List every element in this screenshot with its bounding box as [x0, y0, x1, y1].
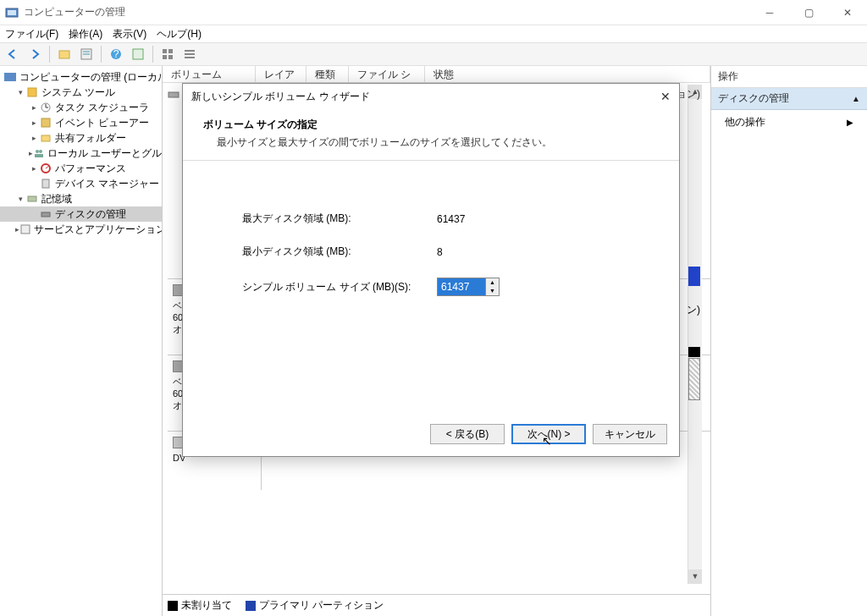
detail-view-button[interactable] — [180, 45, 199, 63]
svg-rect-30 — [41, 212, 50, 217]
dialog-title: 新しいシンプル ボリューム ウィザード — [191, 90, 370, 104]
partition-stripe-1 — [688, 267, 700, 286]
cancel-button[interactable]: キャンセル — [593, 424, 667, 444]
svg-rect-8 — [133, 49, 143, 59]
back-button[interactable] — [3, 45, 22, 63]
svg-rect-15 — [185, 57, 195, 58]
partial-text-2: ン) — [687, 303, 700, 317]
menu-bar: ファイル(F) 操作(A) 表示(V) ヘルプ(H) — [0, 25, 867, 42]
maximize-button[interactable]: ▢ — [789, 0, 828, 25]
volume-size-spinbox[interactable]: ▲ ▼ — [437, 278, 500, 296]
svg-rect-32 — [168, 92, 179, 97]
wizard-dialog: 新しいシンプル ボリューム ウィザード ✕ ボリューム サイズの指定 最小サイズ… — [182, 83, 680, 457]
menu-help[interactable]: ヘルプ(H) — [157, 27, 202, 41]
min-disk-label: 最小ディスク領域 (MB): — [242, 245, 437, 259]
column-headers: ボリューム レイアウト 種類 ファイル システム 状態 — [163, 66, 710, 83]
svg-rect-31 — [21, 225, 30, 234]
scroll-down-icon[interactable]: ▼ — [688, 569, 702, 584]
actions-header: 操作 — [711, 66, 867, 88]
spin-down-icon[interactable]: ▼ — [486, 287, 499, 295]
tree-root[interactable]: コンピューターの管理 (ローカル) — [0, 69, 162, 85]
tree-services[interactable]: ▸サービスとアプリケーション — [0, 222, 162, 237]
dialog-subheading: 最小サイズと最大サイズの間でボリュームのサイズを選択してください。 — [217, 135, 659, 150]
app-icon — [5, 6, 19, 19]
svg-rect-12 — [168, 55, 173, 59]
svg-rect-25 — [35, 154, 43, 157]
actions-other[interactable]: 他の操作▶ — [711, 110, 867, 135]
max-disk-label: 最大ディスク領域 (MB): — [242, 212, 437, 226]
svg-rect-17 — [28, 88, 36, 96]
close-button[interactable]: ✕ — [828, 0, 867, 25]
svg-point-24 — [39, 150, 42, 153]
next-button[interactable]: 次へ(N) > — [511, 424, 586, 444]
svg-rect-1 — [8, 10, 16, 15]
dialog-header: ボリューム サイズの指定 最小サイズと最大サイズの間でボリュームのサイズを選択し… — [183, 109, 679, 161]
max-disk-value: 61437 — [437, 213, 465, 225]
col-status[interactable]: 状態 — [425, 66, 710, 82]
svg-rect-21 — [41, 118, 50, 127]
svg-rect-16 — [4, 73, 16, 81]
tree-disk-management[interactable]: ディスクの管理 — [0, 206, 162, 222]
col-filesystem[interactable]: ファイル システム — [349, 66, 425, 82]
legend-primary-swatch — [246, 601, 256, 611]
dialog-heading: ボリューム サイズの指定 — [203, 118, 659, 132]
tree-local-users[interactable]: ▸ローカル ユーザーとグループ — [0, 146, 162, 161]
help-button[interactable]: ? — [107, 45, 125, 63]
up-button[interactable] — [55, 45, 74, 63]
legend-unallocated-swatch — [168, 601, 178, 611]
properties-button[interactable] — [77, 45, 96, 63]
tree-event-viewer[interactable]: ▸イベント ビューアー — [0, 115, 162, 130]
toolbar: ? — [0, 42, 867, 66]
window-title: コンピューターの管理 — [24, 5, 125, 19]
back-button-dialog[interactable]: < 戻る(B) — [430, 424, 505, 444]
svg-rect-28 — [42, 179, 49, 188]
svg-line-27 — [46, 166, 49, 168]
minimize-button[interactable]: ─ — [750, 0, 789, 25]
svg-text:?: ? — [113, 48, 119, 60]
tree-performance[interactable]: ▸パフォーマンス — [0, 161, 162, 176]
svg-rect-10 — [168, 49, 173, 53]
volume-size-label: シンプル ボリューム サイズ (MB)(S): — [242, 280, 437, 294]
dialog-titlebar: 新しいシンプル ボリューム ウィザード ✕ — [183, 84, 679, 109]
dialog-close-button[interactable]: ✕ — [660, 90, 671, 103]
menu-action[interactable]: 操作(A) — [69, 27, 102, 41]
title-bar: コンピューターの管理 ─ ▢ ✕ — [0, 0, 867, 25]
svg-rect-9 — [163, 49, 167, 53]
svg-rect-14 — [185, 53, 195, 55]
partition-stripe-2 — [688, 347, 700, 357]
col-type[interactable]: 種類 — [306, 66, 349, 82]
nav-tree: コンピューターの管理 (ローカル) ▾システム ツール ▸タスク スケジューラ … — [0, 66, 163, 616]
svg-point-23 — [36, 150, 39, 153]
list-view-button[interactable] — [158, 45, 177, 63]
svg-rect-29 — [28, 196, 36, 201]
spin-up-icon[interactable]: ▲ — [486, 278, 499, 287]
tree-task-scheduler[interactable]: ▸タスク スケジューラ — [0, 100, 162, 115]
tree-device-manager[interactable]: デバイス マネージャー — [0, 176, 162, 191]
col-layout[interactable]: レイアウト — [256, 66, 306, 82]
tree-system-tools[interactable]: ▾システム ツール — [0, 85, 162, 100]
actions-pane: 操作 ディスクの管理▲ 他の操作▶ — [711, 66, 867, 616]
tree-storage[interactable]: ▾記憶域 — [0, 191, 162, 206]
svg-rect-2 — [59, 51, 69, 58]
partition-stripe-3 — [688, 358, 700, 400]
volume-size-input[interactable] — [438, 278, 485, 295]
tree-shared-folders[interactable]: ▸共有フォルダー — [0, 130, 162, 146]
min-disk-value: 8 — [437, 246, 443, 258]
svg-rect-11 — [163, 55, 167, 59]
refresh-button[interactable] — [129, 45, 147, 63]
menu-view[interactable]: 表示(V) — [113, 27, 146, 41]
forward-button[interactable] — [25, 45, 44, 63]
col-volume[interactable]: ボリューム — [163, 66, 256, 82]
legend: 未割り当て プライマリ パーティション — [163, 594, 710, 616]
svg-rect-22 — [41, 135, 50, 141]
vertical-scrollbar[interactable]: ▲ ▼ — [688, 85, 702, 584]
menu-file[interactable]: ファイル(F) — [5, 27, 58, 41]
svg-rect-13 — [185, 50, 195, 52]
actions-disk-mgmt[interactable]: ディスクの管理▲ — [711, 88, 867, 110]
